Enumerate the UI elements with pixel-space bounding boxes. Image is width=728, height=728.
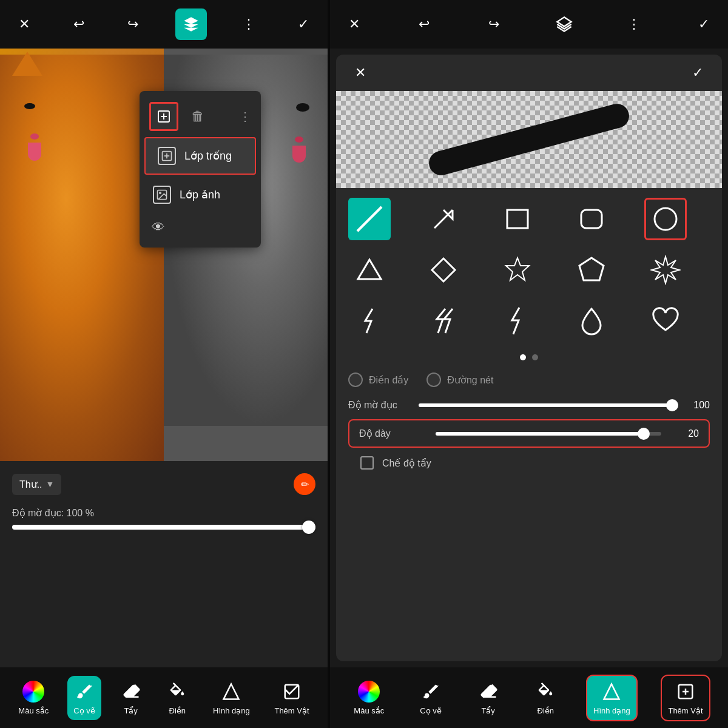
trash-icon[interactable]: 🗑 [186,104,210,129]
tool-eraser-left[interactable]: Tẩy [114,676,148,720]
opacity-slider-track[interactable] [419,403,678,407]
fill-mode-row: Điền đầy Đường nét [336,366,722,393]
tool-shape-right[interactable]: Hình dạng [586,675,638,721]
color-wheel-icon-right [358,681,380,703]
eye-icon[interactable]: 👁 [152,220,165,235]
tool-shape-label-left: Hình dạng [213,706,250,715]
opacity-slider-value: 100 [688,400,710,411]
shape-droplet[interactable] [570,300,613,342]
shape-triangle[interactable] [348,249,391,291]
add-layer-icon-btn[interactable] [149,102,178,131]
more-button-right[interactable]: ⋮ [622,12,646,36]
tool-shape-left[interactable]: Hình dạng [207,676,256,720]
blend-mode-select[interactable]: Thư.. ▼ [12,474,61,495]
thickness-row: Độ dày 20 [348,419,710,448]
left-panel: ✕ ↩ ↪ ⋮ ✓ [0,0,328,728]
tool-eraser-label-left: Tẩy [124,706,137,715]
eye-row: 👁 [140,214,261,241]
tool-add-left[interactable]: Thêm Vật [268,676,315,720]
brush-sensitivity-button[interactable]: ✏ [294,473,315,495]
shape-icon-left [220,681,242,703]
shape-circle[interactable] [644,198,687,240]
blank-layer-icon [158,147,176,165]
more-button[interactable]: ⋮ [237,12,261,36]
tool-brush-left[interactable]: Cọ vẽ [67,676,101,720]
add-blank-layer-item[interactable]: Lớp trống [144,137,256,175]
opacity-slider-row: Độ mờ đục 100 [348,399,710,411]
svg-line-12 [434,210,453,228]
redo-button-right[interactable]: ↪ [482,12,506,36]
shape-lightning2[interactable] [422,300,465,342]
erase-mode-row: Chế độ tẩy [348,448,710,478]
tool-fill-right[interactable]: Điền [528,676,562,720]
blend-row: Thư.. ▼ ✏ [12,473,315,495]
blank-layer-label: Lớp trống [184,149,232,163]
shape-lightning1[interactable] [348,300,391,342]
shape-star[interactable] [496,249,539,291]
shape-pentagon[interactable] [570,249,613,291]
fill-icon-left [166,681,188,703]
thickness-value: 20 [677,428,699,439]
shape-diagonal[interactable] [348,198,391,240]
layers-button[interactable] [175,8,207,40]
shape-modal-header: ✕ ✓ [336,55,722,91]
fill-outline-option[interactable]: Đường nét [426,372,493,387]
shape-rectangle[interactable] [496,198,539,240]
shape-starburst[interactable] [644,249,687,291]
fill-icon-right [534,681,556,703]
tool-fill-left[interactable]: Điền [160,676,194,720]
undo-button-right[interactable]: ↩ [412,12,436,36]
shape-heart[interactable] [644,300,687,342]
fill-outline-radio[interactable] [426,372,441,387]
brush-icon: ✏ [301,479,309,490]
svg-rect-13 [507,210,528,228]
tool-eraser-right[interactable]: Tẩy [471,676,505,720]
tool-add-label-right: Thêm Vật [668,706,703,715]
canvas-area[interactable]: 🗑 ⋮ Lớp trống [0,49,328,461]
tool-color-right[interactable]: Màu sắc [348,676,390,720]
close-button-right[interactable]: ✕ [342,12,366,36]
opacity-slider[interactable] [12,525,315,530]
add-photo-layer-item[interactable]: Lớp ảnh [140,176,261,214]
shape-lightning3[interactable] [496,300,539,342]
tool-brush-right[interactable]: Cọ vẽ [414,676,448,720]
fill-solid-label: Điền đầy [369,374,408,386]
modal-close-button[interactable]: ✕ [348,61,372,85]
dot-1[interactable] [520,354,526,360]
fill-solid-option[interactable]: Điền đầy [348,372,408,387]
erase-mode-checkbox[interactable] [360,456,374,470]
add-object-icon-right [675,681,696,703]
fill-outline-label: Đường nét [447,374,493,386]
thickness-slider-thumb[interactable] [638,428,650,440]
erase-mode-label: Chế độ tẩy [382,457,431,469]
tool-color-left[interactable]: Màu sắc [12,676,55,720]
add-object-icon-left [281,681,303,703]
tool-brush-label-left: Cọ vẽ [73,706,95,715]
confirm-button[interactable]: ✓ [291,12,315,36]
svg-point-7 [160,192,161,194]
undo-button[interactable]: ↩ [67,12,91,36]
confirm-button-right[interactable]: ✓ [692,12,716,36]
thickness-slider-track[interactable] [436,432,661,436]
layers-button-right[interactable] [552,12,576,36]
redo-button[interactable]: ↪ [121,12,145,36]
more-options-icon[interactable]: ⋮ [239,109,251,124]
shape-preview [336,91,722,188]
close-button[interactable]: ✕ [12,12,36,36]
eraser-icon-left [120,681,142,703]
right-panel: ✕ ↩ ↪ ⋮ ✓ ✕ ✓ [330,0,728,728]
tool-fill-label-left: Điền [169,706,186,715]
eraser-icon-right [477,681,499,703]
modal-confirm-button[interactable]: ✓ [686,61,710,85]
svg-rect-14 [581,210,602,228]
shape-rounded-rectangle[interactable] [570,198,613,240]
opacity-slider-thumb[interactable] [666,399,678,411]
fill-solid-radio[interactable] [348,372,363,387]
tool-add-right[interactable]: Thêm Vật [661,675,710,721]
dot-2[interactable] [532,354,538,360]
thickness-label: Độ dày [359,428,420,439]
shape-arrow-diagonal[interactable] [422,198,465,240]
shape-icon-right [601,681,622,703]
right-top-bar: ✕ ↩ ↪ ⋮ ✓ [330,0,728,49]
shape-diamond[interactable] [422,249,465,291]
